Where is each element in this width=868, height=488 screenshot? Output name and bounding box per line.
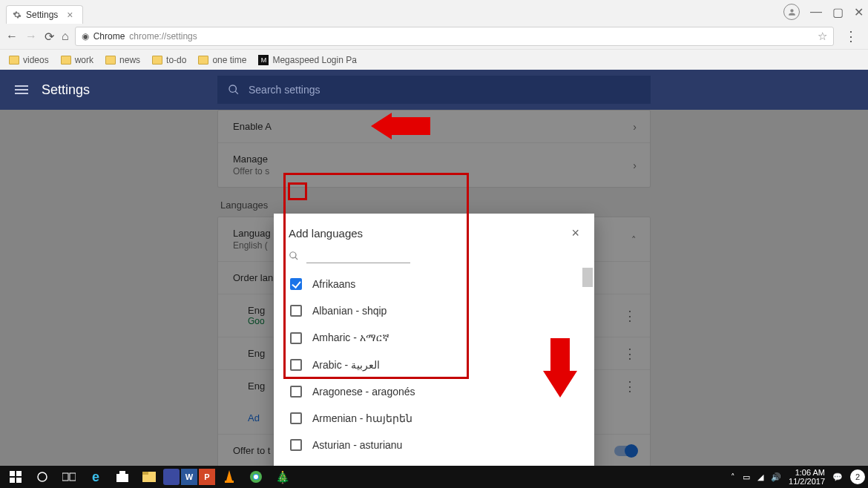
language-label: Asturian - asturianu [312,439,402,451]
tray-chevron-icon[interactable]: ˄ [731,472,735,482]
search-placeholder: Search settings [249,84,320,96]
explorer-icon[interactable] [137,466,162,488]
language-label: Afrikaans [312,278,355,290]
home-icon[interactable]: ⌂ [62,30,69,44]
settings-body: Enable A › Manage Offer to s › Languages… [0,110,868,466]
language-label: Aragonese - aragonés [312,386,415,398]
folder-icon [152,56,162,65]
start-button[interactable] [3,466,28,488]
svg-point-6 [38,472,47,481]
bookmark-videos[interactable]: videos [9,55,49,65]
bookmark-todo[interactable]: to-do [152,55,186,65]
language-label: Arabic - العربية [312,359,380,371]
security-icon: ◉ [82,31,89,42]
svg-rect-10 [119,471,125,474]
checkbox[interactable] [290,412,302,424]
language-item[interactable]: Armenian - հայերեն [274,405,594,432]
checkbox[interactable] [290,359,302,371]
nav-icons: ← → ⟳ ⌂ [6,30,69,44]
language-label: Armenian - հայերեն [312,412,412,424]
svg-rect-7 [62,473,68,481]
checkbox[interactable] [290,386,302,398]
omnibox[interactable]: ◉ Chrome chrome://settings ☆ [75,27,834,46]
powerpoint-icon[interactable]: P [199,469,215,485]
folder-icon [61,56,71,65]
back-icon[interactable]: ← [6,30,18,44]
taskview-icon[interactable] [56,466,82,488]
vlc-icon[interactable] [217,466,242,488]
tab-strip: Settings × — ▢ ✕ [0,0,868,24]
bookmark-onetime[interactable]: one time [198,55,246,65]
bookmark-news[interactable]: news [105,55,140,65]
search-settings[interactable]: Search settings [217,76,651,104]
battery-icon[interactable]: ▭ [743,472,750,482]
chrome-menu-icon[interactable]: ⋮ [840,28,862,44]
volume-icon[interactable]: 🔊 [771,472,781,482]
dialog-scrollbar[interactable]: ▾ [582,268,593,466]
close-icon[interactable]: × [571,225,579,241]
checkbox[interactable] [290,305,302,317]
language-label: Amharic - አማርኛ [312,332,389,344]
omnibox-path: chrome://settings [129,31,197,42]
dialog-search [274,248,594,268]
folder-icon [105,56,116,65]
close-icon[interactable]: × [67,9,73,21]
svg-rect-9 [116,474,128,482]
omnibox-host: Chrome [93,31,125,42]
reload-icon[interactable]: ⟳ [45,30,54,44]
minimize-icon[interactable]: — [810,5,822,19]
checkbox[interactable] [290,332,302,344]
dialog-title: Add languages [289,227,363,240]
settings-page: Settings Search settings Enable A › Mana… [0,70,868,466]
chrome-icon[interactable] [243,466,269,488]
tab-title: Settings [26,10,58,20]
language-item[interactable]: Asturian - asturianu [274,432,594,458]
language-item[interactable]: Afrikaans [274,271,594,297]
search-icon [228,84,240,96]
app-icon[interactable] [163,469,180,485]
language-item[interactable]: Amharic - አማርኛ [274,324,594,352]
word-icon[interactable]: W [181,469,197,485]
folder-icon [198,56,208,65]
notification-badge[interactable]: 2 [850,469,865,484]
bookmark-megaspeed[interactable]: MMegaspeed Login Pa [258,55,356,65]
edge-icon[interactable]: e [83,466,108,488]
language-search-input[interactable] [306,248,410,263]
page-title: Settings [42,82,90,98]
svg-point-17 [254,475,258,479]
browser-tab[interactable]: Settings × [6,5,83,24]
taskbar: e W P 🎄 ˄ ▭ ◢ 🔊 1:06 AM 11/2/2017 💬 2 [0,466,868,488]
language-list[interactable]: AfrikaansAlbanian - shqipAmharic - አማርኛA… [274,268,594,466]
clock[interactable]: 1:06 AM 11/2/2017 [789,468,825,486]
svg-marker-13 [226,470,232,481]
svg-rect-3 [16,471,22,476]
browser-toolbar: ← → ⟳ ⌂ ◉ Chrome chrome://settings ☆ ⋮ [0,24,868,49]
maximize-icon[interactable]: ▢ [832,5,844,19]
search-icon [289,251,299,261]
bookmarks-bar: videos work news to-do one time MMegaspe… [0,49,868,70]
app-icon-2[interactable]: 🎄 [270,466,295,488]
svg-rect-14 [225,481,234,483]
store-icon[interactable] [110,466,135,488]
bookmark-work[interactable]: work [61,55,93,65]
language-item[interactable]: Albanian - shqip [274,297,594,324]
cortana-icon[interactable] [30,466,55,488]
wifi-icon[interactable]: ◢ [757,472,763,482]
svg-rect-8 [70,473,76,481]
gear-icon [13,10,22,19]
language-item[interactable]: Aragonese - aragonés [274,378,594,405]
svg-rect-4 [10,478,15,483]
browser-chrome: Settings × — ▢ ✕ ← → ⟳ ⌂ ◉ Chrome chrome… [0,0,868,70]
language-item[interactable]: Arabic - العربية [274,352,594,378]
bookmark-star-icon[interactable]: ☆ [818,30,827,43]
scrollbar-thumb[interactable] [582,268,593,287]
folder-icon [9,56,19,65]
profile-icon[interactable] [783,4,800,20]
window-close-icon[interactable]: ✕ [854,5,864,19]
checkbox[interactable] [290,278,302,290]
action-center-icon[interactable]: 💬 [832,472,843,482]
checkbox[interactable] [290,439,302,451]
window-controls: — ▢ ✕ [783,0,864,24]
menu-icon[interactable] [15,85,28,94]
settings-header: Settings Search settings [0,70,868,110]
